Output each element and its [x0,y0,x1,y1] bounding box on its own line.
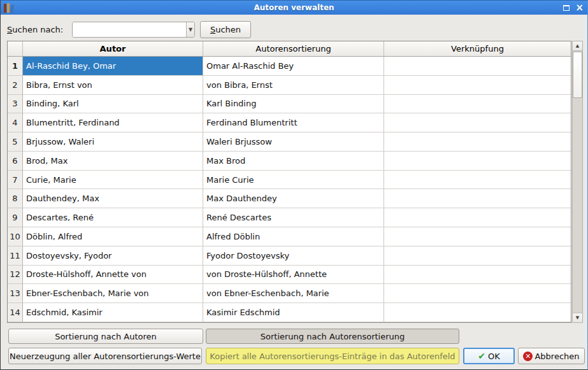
vertical-scrollbar[interactable]: ▲ ▼ [572,41,583,323]
checkmark-icon: ✔ [478,351,485,361]
table-row: 1Al-Raschid Bey, OmarOmar Al-Raschid Bey [8,57,571,76]
scroll-up-icon[interactable]: ▲ [573,41,582,51]
table-row: 8Dauthendey, MaxMax Dauthendey [8,189,571,208]
cell-autor[interactable]: Descartes, René [23,208,203,227]
cell-autor[interactable]: Al-Raschid Bey, Omar [23,57,203,76]
cell-verknuepfung[interactable] [384,303,571,322]
window-title: Autoren verwalten [1,3,587,12]
row-number[interactable]: 9 [8,208,23,227]
chevron-down-icon: ▼ [189,27,192,32]
cell-autor[interactable]: Ebner-Eschenbach, Marie von [23,284,203,303]
cell-verknuepfung[interactable] [384,284,571,303]
cell-verknuepfung[interactable] [384,132,571,152]
table-body: 1Al-Raschid Bey, OmarOmar Al-Raschid Bey… [8,57,571,322]
cell-autor[interactable]: Dostoyevsky, Fyodor [23,246,203,266]
dialog-autoren-verwalten: Autoren verwalten × Suchen nach: ▼ Suche… [0,0,588,370]
table-row: 10Döblin, AlfredAlfred Döblin [8,227,571,246]
row-number[interactable]: 10 [8,227,23,246]
table-row: 5Brjussow, WaleriWaleri Brjussow [8,132,571,152]
cell-autor[interactable]: Döblin, Alfred [23,227,203,246]
close-icon[interactable]: × [575,3,584,13]
cell-verknuepfung[interactable] [384,208,571,227]
search-combobox[interactable]: ▼ [72,22,195,38]
combo-dropdown-button[interactable]: ▼ [186,22,194,37]
cell-autorensortierung[interactable]: von Droste-Hülshoff, Annette [203,266,384,285]
cell-autorensortierung[interactable]: Karl Binding [203,95,384,114]
header-corner[interactable] [8,41,23,56]
cell-autorensortierung[interactable]: Max Brod [203,152,384,171]
cell-verknuepfung[interactable] [384,113,571,132]
search-input[interactable] [73,22,186,37]
recalculate-author-sort-button[interactable]: Neuerzeugung aller Autorensortierungs-We… [8,348,202,364]
row-number[interactable]: 3 [8,95,23,114]
cell-autorensortierung[interactable]: Ferdinand Blumentritt [203,113,384,132]
row-number[interactable]: 4 [8,113,23,132]
sort-by-author-sort-button[interactable]: Sortierung nach Autorensortierung [206,329,459,344]
cancel-x-icon: ✕ [523,352,533,361]
table-row: 3Binding, KarlKarl Binding [8,95,571,114]
cell-autor[interactable]: Curie, Marie [23,171,203,190]
search-button[interactable]: Suchen [200,21,251,38]
column-header-autorensortierung[interactable]: Autorensortierung [203,41,384,56]
cell-verknuepfung[interactable] [384,189,571,208]
cell-autor[interactable]: Binding, Karl [23,95,203,114]
cell-autorensortierung[interactable]: Fyodor Dostoyevsky [203,246,384,266]
row-number[interactable]: 8 [8,189,23,208]
search-label: Suchen nach: [7,25,63,34]
cell-autorensortierung[interactable]: von Bibra, Ernst [203,76,384,95]
cell-autor[interactable]: Brjussow, Waleri [23,132,203,152]
authors-table: Autor Autorensortierung Verknüpfung 1Al-… [7,41,571,323]
cell-verknuepfung[interactable] [384,57,571,76]
cell-verknuepfung[interactable] [384,152,571,171]
cell-autorensortierung[interactable]: Alfred Döblin [203,227,384,246]
table-row: 2Bibra, Ernst vonvon Bibra, Ernst [8,76,571,95]
cell-autorensortierung[interactable]: Waleri Brjussow [203,132,384,152]
row-number[interactable]: 5 [8,132,23,152]
table-row: 9Descartes, RenéRené Descartes [8,208,571,227]
cell-autorensortierung[interactable]: Max Dauthendey [203,189,384,208]
row-number[interactable]: 12 [8,266,23,285]
cell-verknuepfung[interactable] [384,95,571,114]
column-header-verknuepfung[interactable]: Verknüpfung [384,41,571,56]
row-number[interactable]: 2 [8,76,23,95]
row-number[interactable]: 14 [8,303,23,322]
cell-autorensortierung[interactable]: René Descartes [203,208,384,227]
cell-autor[interactable]: Bibra, Ernst von [23,76,203,95]
column-header-autor[interactable]: Autor [23,41,203,56]
cell-verknuepfung[interactable] [384,171,571,190]
cell-verknuepfung[interactable] [384,266,571,285]
row-number[interactable]: 7 [8,171,23,190]
cell-verknuepfung[interactable] [384,76,571,95]
cell-autor[interactable]: Brod, Max [23,152,203,171]
row-number[interactable]: 1 [8,57,23,76]
table-row: 4Blumentritt, FerdinandFerdinand Blument… [8,113,571,132]
scrollbar-thumb[interactable] [573,52,582,98]
row-number[interactable]: 6 [8,152,23,171]
cell-verknuepfung[interactable] [384,246,571,266]
table-header: Autor Autorensortierung Verknüpfung [8,41,571,57]
maximize-icon[interactable] [563,5,570,11]
cancel-button[interactable]: ✕ Abbrechen [518,348,585,364]
copy-author-sort-to-author-button[interactable]: Kopiert alle Autorensortierungs-Einträge… [206,348,459,364]
table-row: 6Brod, MaxMax Brod [8,152,571,171]
cell-autor[interactable]: Droste-Hülshoff, Annette von [23,266,203,285]
calibre-books-icon [4,3,15,13]
scroll-down-icon[interactable]: ▼ [573,313,582,322]
cell-autorensortierung[interactable]: von Ebner-Eschenbach, Marie [203,284,384,303]
cell-autorensortierung[interactable]: Kasimir Edschmid [203,303,384,322]
row-number[interactable]: 11 [8,246,23,266]
cell-autorensortierung[interactable]: Marie Curie [203,171,384,190]
table-row: 13Ebner-Eschenbach, Marie vonvon Ebner-E… [8,284,571,303]
sort-by-authors-button[interactable]: Sortierung nach Autoren [8,329,203,344]
ok-button[interactable]: ✔ OK [463,348,515,364]
cell-autorensortierung[interactable]: Omar Al-Raschid Bey [203,57,384,76]
row-number[interactable]: 13 [8,284,23,303]
table-row: 11Dostoyevsky, FyodorFyodor Dostoyevsky [8,246,571,266]
cell-autor[interactable]: Edschmid, Kasimir [23,303,203,322]
cell-verknuepfung[interactable] [384,227,571,246]
table-row: 12Droste-Hülshoff, Annette vonvon Droste… [8,266,571,285]
table-row: 14Edschmid, KasimirKasimir Edschmid [8,303,571,322]
titlebar[interactable]: Autoren verwalten × [1,1,587,15]
cell-autor[interactable]: Blumentritt, Ferdinand [23,113,203,132]
cell-autor[interactable]: Dauthendey, Max [23,189,203,208]
